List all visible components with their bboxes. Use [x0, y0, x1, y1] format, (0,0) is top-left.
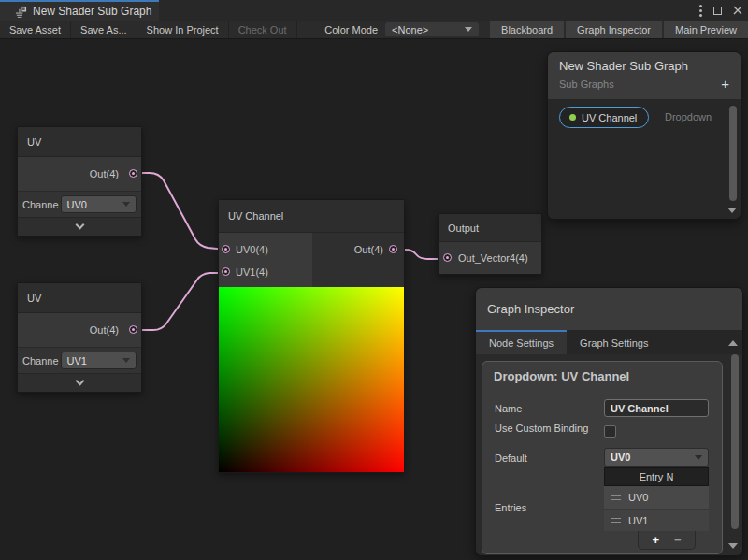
chevron-down-icon: [465, 27, 472, 32]
node-uv-bottom[interactable]: UV Out(4) Channe UV1: [17, 282, 142, 393]
uv-gradient-preview: [219, 287, 404, 472]
blackboard-title: New Shader Sub Graph: [559, 59, 729, 73]
chevron-down-icon: [75, 221, 84, 230]
blackboard-header: New Shader Sub Graph Sub Graphs +: [548, 52, 741, 99]
entries-list-footer: + −: [638, 531, 696, 550]
graph-document-tab[interactable]: New Shader Sub Graph: [0, 0, 159, 21]
chevron-down-icon: [122, 202, 130, 207]
dropdown-node-settings-box: Dropdown: UV Channel Name UV Channel Use…: [482, 361, 723, 554]
port-label: UV1(4): [236, 266, 268, 278]
channel-label: Channe: [22, 355, 59, 366]
channel-value: UV0: [67, 199, 87, 210]
scroll-down-arrow-icon[interactable]: [728, 543, 738, 549]
entry-row-uv0[interactable]: UV0: [604, 486, 709, 509]
default-field-label: Default: [495, 452, 527, 464]
scroll-down-arrow-icon[interactable]: [727, 208, 737, 213]
color-mode-label: Color Mode: [317, 21, 385, 38]
graph-toolbar: Save Asset Save As... Show In Project Ch…: [0, 21, 748, 39]
node-uv-channel[interactable]: UV Channel UV0(4) UV1(4) Out(4): [218, 199, 405, 473]
port-label: Out(4): [90, 324, 119, 336]
channel-control-row: Channe UV0: [18, 191, 141, 217]
blackboard-toggle-button[interactable]: Blackboard: [490, 21, 564, 38]
output-port[interactable]: [129, 169, 137, 178]
scroll-up-arrow-icon[interactable]: [728, 340, 738, 346]
name-input[interactable]: UV Channel: [604, 399, 709, 417]
blackboard-panel[interactable]: New Shader Sub Graph Sub Graphs + UV Cha…: [547, 51, 741, 220]
close-icon[interactable]: [733, 6, 742, 15]
node-title: UV: [18, 283, 141, 313]
port-label: Out(4): [90, 168, 119, 179]
property-pill-uv-channel[interactable]: UV Channel: [559, 107, 649, 128]
blackboard-scrollbar-thumb[interactable]: [729, 106, 737, 201]
property-name: UV Channel: [582, 112, 637, 123]
port-label: Out(4): [354, 244, 383, 255]
input-port-uv0[interactable]: [222, 245, 230, 253]
chevron-down-icon: [75, 377, 84, 386]
node-title: Output: [439, 214, 541, 242]
channel-control-row: Channe UV1: [18, 347, 141, 373]
blackboard-subtitle: Sub Graphs: [559, 79, 614, 90]
show-in-project-button[interactable]: Show In Project: [137, 21, 229, 38]
default-value: UV0: [611, 452, 630, 463]
node-uv-top[interactable]: UV Out(4) Channe UV0: [17, 126, 142, 237]
edge-uvtop-to-uv0[interactable]: [133, 173, 226, 250]
inspector-body: Dropdown: UV Channel Name UV Channel Use…: [476, 354, 742, 555]
node-output[interactable]: Output Out_Vector4(4): [438, 213, 542, 275]
input-port[interactable]: [443, 253, 452, 262]
default-dropdown[interactable]: UV0: [604, 448, 709, 467]
channel-value: UV1: [67, 355, 87, 366]
channel-label: Channe: [22, 199, 59, 210]
add-entry-button[interactable]: +: [652, 533, 659, 547]
port-label: Out_Vector4(4): [458, 252, 528, 264]
menu-kebab-icon[interactable]: [699, 9, 702, 12]
channel-dropdown[interactable]: UV0: [61, 195, 137, 213]
port-label: UV0(4): [236, 244, 268, 255]
graph-inspector-toggle-button[interactable]: Graph Inspector: [566, 21, 662, 38]
tab-node-settings[interactable]: Node Settings: [476, 330, 567, 354]
use-custom-binding-checkbox[interactable]: [604, 425, 616, 438]
tab-graph-settings[interactable]: Graph Settings: [567, 330, 661, 354]
node-title: UV: [18, 127, 141, 157]
blackboard-subrow: Sub Graphs +: [559, 79, 729, 90]
add-property-button[interactable]: +: [721, 79, 729, 90]
node-title: UV Channel: [219, 200, 404, 233]
settings-box-title: Dropdown: UV Channel: [482, 362, 722, 383]
inspector-scrollbar-thumb[interactable]: [731, 354, 739, 529]
collapse-preview-button[interactable]: [18, 217, 141, 236]
ports-area: UV0(4) UV1(4) Out(4): [219, 233, 404, 287]
save-asset-button[interactable]: Save Asset: [0, 21, 71, 38]
entry-row-uv1[interactable]: UV1: [604, 509, 709, 531]
unity-shader-graph-window: New Shader Sub Graph Save Asset Save As.…: [0, 0, 748, 560]
input-port-row: Out_Vector4(4): [439, 242, 541, 274]
window-controls: [699, 0, 742, 21]
output-port-row: Out(4): [18, 157, 141, 191]
name-field-label: Name: [495, 403, 522, 414]
chevron-down-icon: [695, 455, 702, 460]
maximize-icon[interactable]: [713, 7, 722, 15]
inspector-tab-bar: Node Settings Graph Settings: [476, 330, 742, 354]
drag-handle-icon[interactable]: [611, 495, 621, 500]
output-ports: Out(4): [312, 233, 404, 287]
edge-uvbottom-to-uv1[interactable]: [133, 273, 226, 330]
main-preview-toggle-button[interactable]: Main Preview: [664, 21, 748, 38]
output-port-row: Out(4): [18, 313, 141, 347]
chevron-down-icon: [122, 358, 130, 363]
entries-field-label: Entries: [495, 502, 526, 513]
check-out-button: Check Out: [229, 21, 297, 38]
inspector-title: Graph Inspector: [476, 288, 742, 330]
input-port-uv1[interactable]: [222, 267, 230, 276]
save-as-button[interactable]: Save As...: [71, 21, 137, 38]
output-port[interactable]: [129, 325, 137, 334]
input-ports: UV0(4) UV1(4): [219, 233, 312, 287]
drag-handle-icon[interactable]: [611, 518, 621, 523]
exposed-dot-icon: [569, 114, 576, 121]
output-port[interactable]: [389, 245, 397, 253]
color-mode-value: <None>: [392, 24, 428, 36]
toolbar-spacer: [297, 21, 318, 38]
property-type-label: Dropdown: [665, 111, 712, 122]
collapse-preview-button[interactable]: [18, 373, 141, 392]
remove-entry-button[interactable]: −: [674, 533, 682, 547]
channel-dropdown[interactable]: UV1: [61, 352, 137, 369]
color-mode-dropdown[interactable]: <None>: [385, 22, 479, 36]
graph-inspector-panel[interactable]: Graph Inspector Node Settings Graph Sett…: [475, 287, 743, 556]
